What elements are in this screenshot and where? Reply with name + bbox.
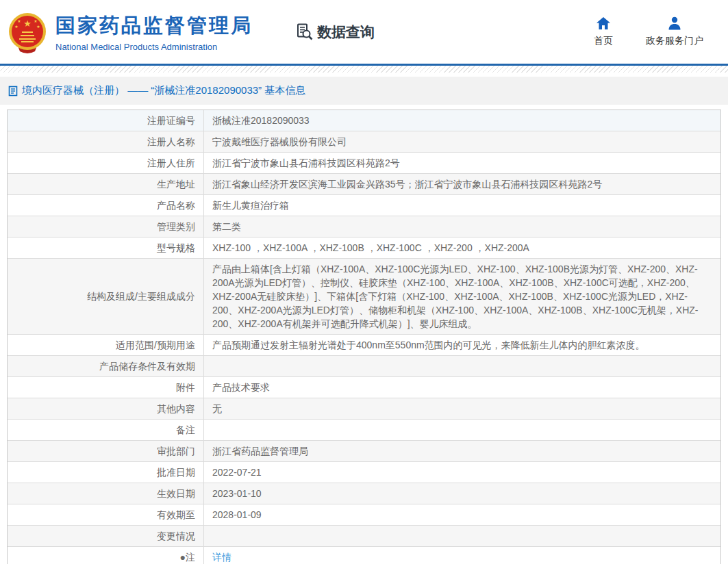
row-value: XHZ-100 ，XHZ-100A ，XHZ-100B ，XHZ-100C ，X…	[204, 238, 720, 258]
row-value: 详情	[204, 547, 720, 564]
table-row: 型号规格XHZ-100 ，XHZ-100A ，XHZ-100B ，XHZ-100…	[8, 237, 720, 258]
table-row: 其他内容无	[8, 398, 720, 419]
svg-text:★: ★	[17, 19, 21, 23]
row-label: 有效期至	[8, 504, 204, 525]
org-names: 国家药品监督管理局 National Medical Products Admi…	[55, 12, 253, 52]
row-label: 管理类别	[8, 216, 204, 237]
row-value: 产品预期通过发射主辐射光谱处于400nm至550nm范围内的可见光，来降低新生儿…	[204, 335, 720, 355]
row-value: 产品由上箱体[含上灯箱（XHZ-100A、XHZ-100C光源为LED、XHZ-…	[204, 259, 720, 334]
row-label: 变更情况	[8, 526, 204, 546]
row-value: 产品技术要求	[204, 377, 720, 398]
row-value: 新生儿黄疸治疗箱	[204, 195, 720, 216]
svg-text:★: ★	[23, 18, 32, 29]
document-icon	[8, 86, 18, 97]
row-label: 适用范围/预期用途	[8, 335, 204, 355]
row-value: 2023-01-10	[204, 483, 720, 504]
data-query-section[interactable]: 数据查询	[295, 23, 375, 42]
hatch-band	[0, 66, 728, 73]
row-value: 2022-07-21	[204, 462, 720, 483]
row-value: 第二类	[204, 216, 720, 237]
table-row: 注册人名称宁波戴维医疗器械股份有限公司	[8, 131, 720, 152]
row-label: 备注	[8, 420, 204, 440]
row-value: 浙江省象山经济开发区滨海工业园金兴路35号；浙江省宁波市象山县石浦科技园区科苑路…	[204, 174, 720, 194]
row-label: 注册人住所	[8, 153, 204, 173]
row-value	[204, 356, 720, 376]
row-label: 结构及组成/主要组成成分	[8, 259, 204, 334]
table-row: 注册人住所浙江省宁波市象山县石浦科技园区科苑路2号	[8, 152, 720, 173]
row-value: 浙江省药品监督管理局	[204, 441, 720, 461]
home-icon	[596, 16, 611, 30]
table-row: 生产地址浙江省象山经济开发区滨海工业园金兴路35号；浙江省宁波市象山县石浦科技园…	[8, 173, 720, 194]
nav-portal-label: 政务服务门户	[646, 35, 703, 47]
data-query-label: 数据查询	[317, 23, 375, 42]
row-label: 生效日期	[8, 483, 204, 504]
table-row: 管理类别第二类	[8, 216, 720, 237]
row-value	[204, 420, 720, 440]
header: ★ ★ ★ ★ ★ 国家药品监督管理局 National Medical Pro…	[0, 0, 728, 64]
row-label: ●注	[8, 547, 204, 564]
row-value: 宁波戴维医疗器械股份有限公司	[204, 131, 720, 152]
row-label: 型号规格	[8, 238, 204, 258]
row-label: 附件	[8, 377, 204, 398]
org-name-cn: 国家药品监督管理局	[55, 12, 253, 40]
table-row: 产品名称新生儿黄疸治疗箱	[8, 194, 720, 216]
details-link[interactable]: 详情	[212, 552, 231, 563]
row-label: 生产地址	[8, 174, 204, 194]
breadcrumb: 境内医疗器械（注册） —— “浙械注准20182090033” 基本信息	[0, 77, 728, 105]
table-row: 适用范围/预期用途产品预期通过发射主辐射光谱处于400nm至550nm范围内的可…	[8, 334, 720, 355]
svg-text:★: ★	[14, 25, 18, 29]
svg-text:★: ★	[34, 19, 37, 23]
row-label: 产品名称	[8, 195, 204, 216]
row-label: 产品储存条件及有效期	[8, 356, 204, 376]
table-row: 变更情况	[8, 525, 720, 546]
row-label: 注册证编号	[8, 110, 204, 131]
nav-home-label: 首页	[594, 35, 613, 47]
table-row: 批准日期2022-07-21	[8, 461, 720, 483]
info-table: 注册证编号浙械注准20182090033注册人名称宁波戴维医疗器械股份有限公司注…	[7, 110, 721, 564]
breadcrumb-text: 境内医疗器械（注册） —— “浙械注准20182090033” 基本信息	[22, 84, 305, 97]
row-value: 浙江省宁波市象山县石浦科技园区科苑路2号	[204, 153, 720, 173]
row-label: 审批部门	[8, 441, 204, 461]
user-icon	[667, 16, 682, 30]
row-value: 2028-01-09	[204, 504, 720, 525]
table-row: 结构及组成/主要组成成分产品由上箱体[含上灯箱（XHZ-100A、XHZ-100…	[8, 258, 720, 334]
org-name-en: National Medical Products Administration	[55, 42, 253, 52]
nav-portal[interactable]: 政务服务门户	[646, 16, 703, 47]
national-emblem-logo: ★ ★ ★ ★ ★	[8, 12, 47, 54]
row-value	[204, 526, 720, 546]
table-row: 注册证编号浙械注准20182090033	[8, 110, 720, 131]
table-row: ●注详情	[8, 546, 720, 564]
table-row: 有效期至2028-01-09	[8, 504, 720, 525]
table-row: 生效日期2023-01-10	[8, 483, 720, 504]
doc-search-icon	[295, 23, 314, 41]
table-row: 审批部门浙江省药品监督管理局	[8, 440, 720, 461]
top-nav: 首页 政务服务门户	[594, 16, 703, 47]
nav-home[interactable]: 首页	[594, 16, 613, 47]
row-value: 无	[204, 398, 720, 419]
row-label: 批准日期	[8, 462, 204, 483]
logo-block: ★ ★ ★ ★ ★ 国家药品监督管理局 National Medical Pro…	[0, 10, 253, 54]
svg-text:★: ★	[36, 25, 40, 29]
table-row: 产品储存条件及有效期	[8, 355, 720, 376]
row-label: 注册人名称	[8, 131, 204, 152]
table-row: 附件产品技术要求	[8, 376, 720, 398]
row-value: 浙械注准20182090033	[204, 110, 720, 131]
table-row: 备注	[8, 419, 720, 440]
row-label: 其他内容	[8, 398, 204, 419]
